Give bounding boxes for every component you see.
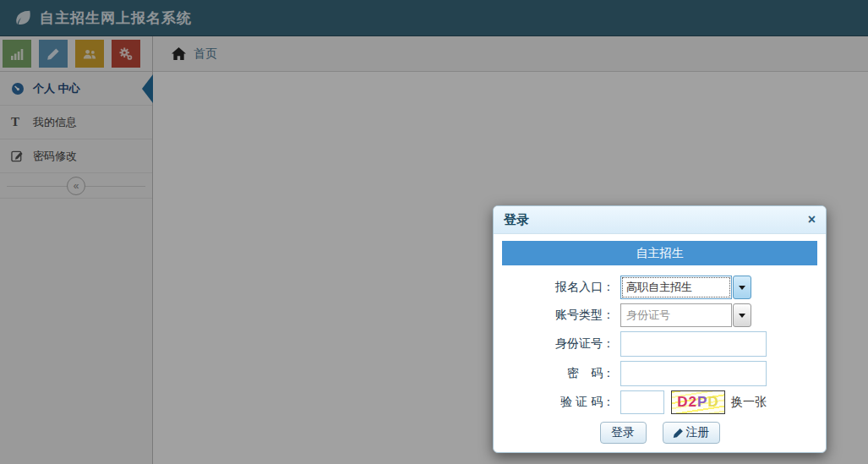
register-button-label: 注册	[686, 425, 710, 440]
account-type-select[interactable]: 身份证号	[620, 303, 751, 327]
captcha-char: P	[697, 394, 707, 411]
register-button[interactable]: 注册	[663, 422, 720, 444]
field-label: 验 证 码：	[502, 395, 620, 410]
login-dialog: 登录 × 自主招生 报名入口： 高职自主招生 账号类型： 身份证号 身份证号	[493, 205, 827, 453]
password-input[interactable]	[620, 361, 767, 386]
dialog-titlebar[interactable]: 登录 ×	[494, 206, 826, 234]
account-type-select-value[interactable]: 身份证号	[620, 303, 732, 327]
dialog-title: 登录	[504, 212, 529, 228]
captcha-refresh-link[interactable]: 换一张	[731, 395, 767, 410]
close-icon[interactable]: ×	[808, 213, 816, 227]
form-row-account-type: 账号类型： 身份证号	[502, 303, 817, 327]
dialog-body: 自主招生 报名入口： 高职自主招生 账号类型： 身份证号 身份证号：	[494, 234, 826, 452]
field-label: 身份证号：	[502, 336, 620, 352]
page: 自主招生网上报名系统	[0, 0, 868, 464]
dialog-button-row: 登录 注册	[502, 422, 817, 444]
field-label: 报名入口：	[502, 280, 620, 295]
captcha-char: D	[677, 394, 688, 411]
chevron-down-icon[interactable]	[733, 303, 751, 327]
captcha-char: D	[707, 394, 718, 411]
entry-select[interactable]: 高职自主招生	[620, 276, 751, 299]
field-label: 账号类型：	[502, 308, 620, 323]
form-row-entry: 报名入口： 高职自主招生	[502, 276, 817, 299]
captcha-input[interactable]	[620, 390, 664, 414]
captcha-char: 2	[689, 394, 697, 411]
field-label: 密 码：	[502, 366, 620, 381]
program-banner: 自主招生	[502, 241, 817, 265]
chevron-down-icon[interactable]	[733, 276, 751, 299]
captcha-image[interactable]: D 2 P D	[671, 390, 725, 414]
entry-select-value[interactable]: 高职自主招生	[620, 276, 732, 299]
form-row-captcha: 验 证 码： D 2 P D 换一张	[502, 390, 817, 414]
pencil-icon	[673, 428, 684, 439]
form-row-id-number: 身份证号：	[502, 331, 817, 357]
login-button-label: 登录	[611, 425, 635, 440]
form-row-password: 密 码：	[502, 361, 817, 386]
login-button[interactable]: 登录	[600, 422, 647, 444]
id-number-input[interactable]	[620, 331, 767, 357]
